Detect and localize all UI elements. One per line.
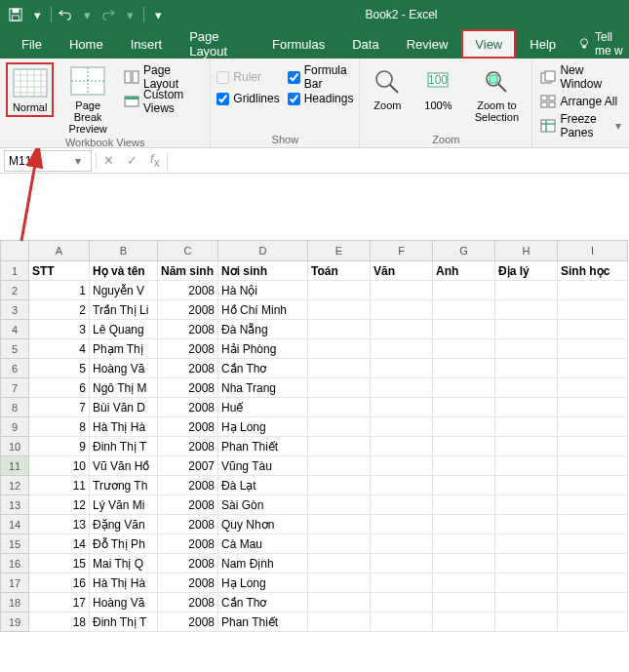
cell[interactable] — [433, 613, 495, 632]
cell[interactable]: Nguyễn V — [90, 281, 158, 300]
cell[interactable] — [371, 515, 433, 534]
cell[interactable] — [495, 359, 558, 378]
cell[interactable] — [495, 398, 558, 417]
cell[interactable]: Đà Nẵng — [218, 320, 308, 339]
cell[interactable]: Sài Gòn — [218, 495, 308, 515]
cell[interactable] — [371, 437, 433, 456]
cell[interactable]: Đặng Văn — [90, 515, 158, 534]
normal-view-button[interactable]: Normal — [6, 62, 54, 117]
cell[interactable] — [371, 476, 433, 495]
cell[interactable] — [371, 573, 433, 593]
cell[interactable]: Nơi sinh — [218, 261, 308, 281]
row-header[interactable]: 5 — [0, 339, 29, 359]
col-header-A[interactable]: A — [29, 240, 90, 261]
cell[interactable]: Cần Thơ — [218, 359, 308, 378]
cell[interactable]: 2008 — [158, 359, 218, 378]
cell[interactable] — [371, 339, 433, 359]
col-header-I[interactable]: I — [558, 240, 628, 261]
cell[interactable]: Đinh Thị T — [90, 613, 158, 632]
cell[interactable]: Vũ Văn Hồ — [90, 456, 158, 476]
cell[interactable] — [558, 359, 628, 378]
cell[interactable]: Toán — [308, 261, 371, 281]
cell[interactable]: 2008 — [158, 613, 218, 632]
cell[interactable] — [558, 320, 628, 339]
cell[interactable]: Hoàng Vă — [90, 359, 158, 378]
tab-review[interactable]: Review — [393, 29, 462, 59]
cell[interactable] — [433, 378, 495, 398]
cell[interactable] — [371, 378, 433, 398]
row-header[interactable]: 12 — [0, 476, 29, 495]
cell[interactable]: 2008 — [158, 573, 218, 593]
cell[interactable]: Năm sinh — [158, 261, 218, 281]
cell[interactable] — [433, 437, 495, 456]
tab-page-layout[interactable]: Page Layout — [176, 29, 258, 59]
cell[interactable] — [495, 320, 558, 339]
cell[interactable]: Mai Thị Q — [90, 554, 158, 573]
cell[interactable] — [558, 534, 628, 554]
cell[interactable] — [558, 573, 628, 593]
cell[interactable]: 10 — [29, 456, 90, 476]
row-header[interactable]: 8 — [0, 398, 29, 417]
tell-me[interactable]: Tell me w — [577, 29, 629, 59]
row-header[interactable]: 9 — [0, 417, 29, 437]
cell[interactable] — [495, 613, 558, 632]
row-header[interactable]: 15 — [0, 534, 29, 554]
cell[interactable]: Nam Định — [218, 554, 308, 573]
cell[interactable] — [308, 476, 371, 495]
cell[interactable]: Anh — [433, 261, 495, 281]
cell[interactable]: Đinh Thị T — [90, 437, 158, 456]
cell[interactable] — [308, 300, 371, 320]
cell[interactable] — [495, 593, 558, 613]
redo-dropdown-icon[interactable]: ▾ — [122, 7, 138, 22]
cell[interactable]: Địa lý — [495, 261, 558, 281]
cell[interactable] — [433, 495, 495, 515]
cell[interactable] — [495, 456, 558, 476]
cell[interactable]: 2008 — [158, 339, 218, 359]
cell[interactable]: 2008 — [158, 281, 218, 300]
fx-icon[interactable]: fx — [143, 151, 167, 170]
cell[interactable]: 3 — [29, 320, 90, 339]
cell[interactable] — [308, 456, 371, 476]
cell[interactable]: 14 — [29, 534, 90, 554]
cell[interactable]: 16 — [29, 573, 90, 593]
zoom-to-selection-button[interactable]: Zoom to Selection — [467, 62, 526, 123]
cell[interactable]: 12 — [29, 495, 90, 515]
cell[interactable] — [371, 554, 433, 573]
ruler-checkbox[interactable]: Ruler — [216, 68, 279, 86]
cell[interactable]: 15 — [29, 554, 90, 573]
cell[interactable] — [308, 281, 371, 300]
cell[interactable]: 17 — [29, 593, 90, 613]
custom-views-button[interactable]: Custom Views — [122, 91, 204, 112]
cell[interactable]: Văn — [371, 261, 433, 281]
cell[interactable] — [558, 476, 628, 495]
name-box-input[interactable] — [5, 154, 65, 168]
cell[interactable]: Sinh học — [558, 261, 628, 281]
cell[interactable] — [433, 534, 495, 554]
cell[interactable]: Hạ Long — [218, 417, 308, 437]
cell[interactable] — [495, 554, 558, 573]
col-header-C[interactable]: C — [158, 240, 218, 261]
name-box-dropdown-icon[interactable]: ▾ — [65, 154, 91, 168]
cell[interactable]: Cà Mau — [218, 534, 308, 554]
cell[interactable] — [433, 339, 495, 359]
cell[interactable]: Quy Nhơn — [218, 515, 308, 534]
gridlines-checkbox[interactable]: Gridlines — [216, 90, 279, 107]
cell[interactable]: 2 — [29, 300, 90, 320]
cell[interactable] — [371, 495, 433, 515]
cell[interactable] — [308, 378, 371, 398]
cell[interactable] — [495, 339, 558, 359]
row-header[interactable]: 2 — [0, 281, 29, 300]
cell[interactable] — [433, 476, 495, 495]
row-header[interactable]: 11 — [0, 456, 29, 476]
col-header-B[interactable]: B — [90, 240, 158, 261]
enter-formula-icon[interactable]: ✓ — [120, 153, 143, 168]
col-header-G[interactable]: G — [433, 240, 495, 261]
select-all-corner[interactable] — [0, 240, 29, 261]
cell[interactable] — [371, 456, 433, 476]
cell[interactable] — [433, 573, 495, 593]
tab-help[interactable]: Help — [516, 29, 570, 59]
page-layout-button[interactable]: Page Layout — [122, 66, 204, 88]
cell[interactable] — [371, 300, 433, 320]
cell[interactable]: Trần Thị Li — [90, 300, 158, 320]
cell[interactable]: Phan Thiết — [218, 437, 308, 456]
